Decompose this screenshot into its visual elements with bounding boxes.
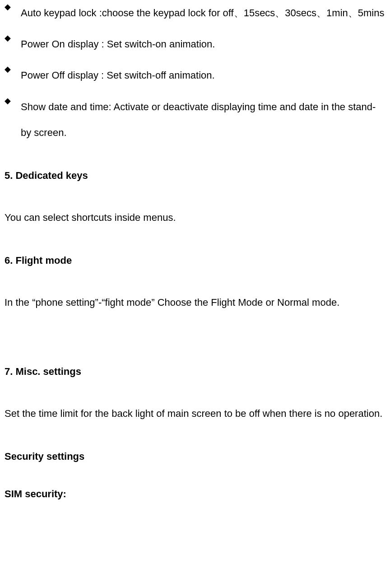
bullet-text: Show date and time: Activate or deactiva… xyxy=(21,94,385,145)
heading-flight-mode: 6. Flight mode xyxy=(5,254,385,268)
bullet-item: ◆ Auto keypad lock :choose the keypad lo… xyxy=(5,0,385,26)
paragraph-misc-settings: Set the time limit for the back light of… xyxy=(5,401,385,426)
bullet-text: Auto keypad lock :choose the keypad lock… xyxy=(21,0,385,26)
heading-sim-security: SIM security: xyxy=(5,487,385,501)
paragraph-flight-mode: In the “phone setting”-“fight mode” Choo… xyxy=(5,289,385,315)
bullet-item: ◆ Power On display : Set switch-on anima… xyxy=(5,31,385,57)
heading-security-settings: Security settings xyxy=(5,450,385,464)
diamond-icon: ◆ xyxy=(5,31,21,45)
diamond-icon: ◆ xyxy=(5,62,21,76)
diamond-icon: ◆ xyxy=(5,94,21,108)
bullet-item: ◆ Power Off display : Set switch-off ani… xyxy=(5,62,385,88)
bullet-item: ◆ Show date and time: Activate or deacti… xyxy=(5,94,385,145)
diamond-icon: ◆ xyxy=(5,0,21,14)
heading-misc-settings: 7. Misc. settings xyxy=(5,365,385,379)
heading-dedicated-keys: 5. Dedicated keys xyxy=(5,169,385,183)
bullet-text: Power On display : Set switch-on animati… xyxy=(21,31,385,57)
bullet-text: Power Off display : Set switch-off anima… xyxy=(21,62,385,88)
paragraph-dedicated-keys: You can select shortcuts inside menus. xyxy=(5,205,385,230)
bullet-list: ◆ Auto keypad lock :choose the keypad lo… xyxy=(5,0,385,145)
